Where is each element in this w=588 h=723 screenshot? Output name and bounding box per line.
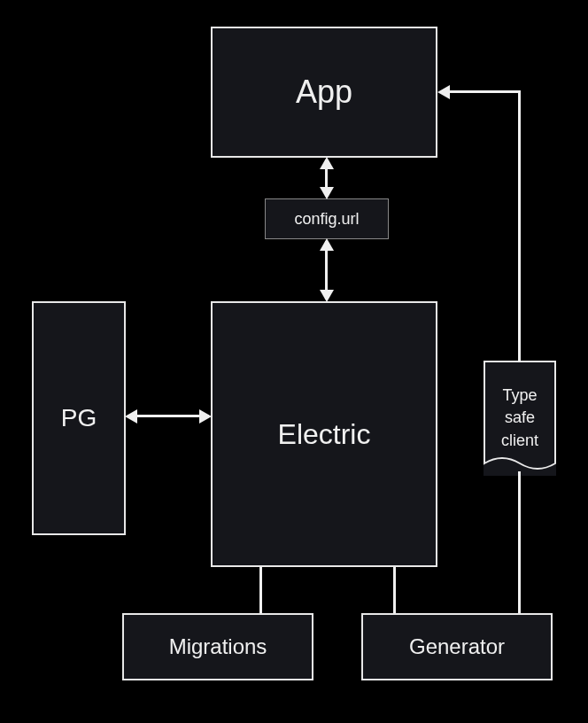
- node-generator-label: Generator: [409, 634, 505, 659]
- node-pg-label: PG: [61, 404, 97, 432]
- node-electric: Electric: [211, 301, 437, 567]
- node-electric-label: Electric: [278, 418, 371, 451]
- node-config-label: config.url: [294, 210, 359, 229]
- node-typesafe-label: Type safe client: [501, 385, 538, 452]
- node-pg: PG: [32, 301, 126, 535]
- node-migrations-label: Migrations: [169, 634, 267, 659]
- node-generator: Generator: [361, 613, 553, 680]
- node-config: config.url: [265, 198, 389, 239]
- node-typesafe-client: Type safe client: [484, 361, 556, 476]
- node-app-label: App: [296, 74, 352, 111]
- node-migrations: Migrations: [122, 613, 313, 680]
- node-app: App: [211, 27, 437, 158]
